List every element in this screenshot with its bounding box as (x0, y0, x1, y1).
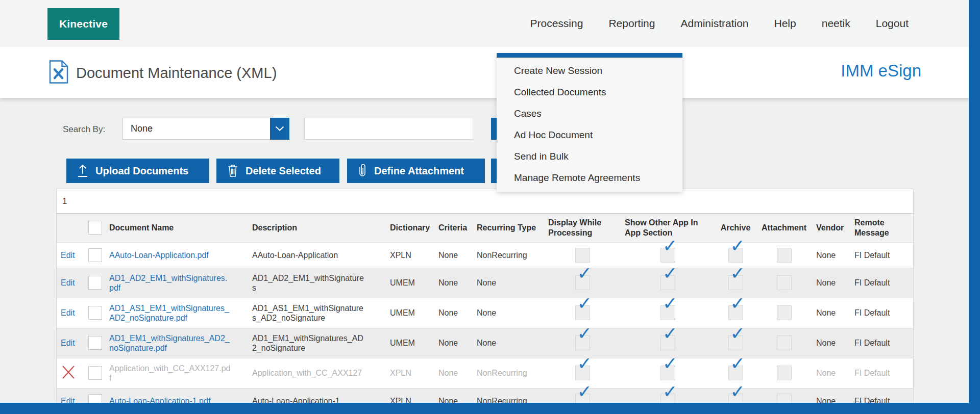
menu-item-create-new-session[interactable]: Create New Session (497, 60, 682, 82)
check-mark-icon: ✓ (663, 241, 677, 251)
nav-item-administration[interactable]: Administration (680, 17, 748, 30)
nav-item-logout[interactable]: Logout (876, 17, 909, 30)
edit-link[interactable]: Edit (61, 251, 75, 260)
page-header: Document Maintenance (XML) IMM eSign (0, 47, 980, 98)
cell-attachment (756, 358, 812, 388)
edit-link[interactable]: Edit (61, 278, 75, 287)
edit-link[interactable]: Edit (61, 308, 75, 317)
red-x-icon[interactable] (61, 365, 76, 382)
menu-item-send-in-bulk[interactable]: Send in Bulk (497, 146, 682, 167)
col-header-criteria: Criteria (434, 214, 473, 242)
check-mark-icon: ✓ (663, 359, 677, 369)
row-select-checkbox[interactable] (88, 248, 102, 262)
processing-dropdown-menu: Create New SessionCollected DocumentsCas… (497, 53, 682, 192)
attachment-checkbox-unchecked[interactable] (777, 248, 792, 263)
row-select-checkbox[interactable] (88, 306, 102, 320)
cell-document-name: AD1_EM1_withSignatures_AD2_noSignature.p… (105, 328, 248, 358)
archive-checkbox-checked[interactable]: ✓ (728, 335, 743, 350)
row-select-checkbox[interactable] (88, 276, 102, 290)
document-name-link[interactable]: AD1_AS1_EM1_withSignatures_AD2_noSignatu… (109, 304, 229, 322)
cell-vendor: None (812, 358, 850, 388)
col-header-attachment: Attachment (756, 214, 812, 242)
check-mark-icon: ✓ (730, 269, 745, 278)
menu-item-manage-remote-agreements[interactable]: Manage Remote Agreements (497, 167, 682, 189)
col-header-name: Document Name (105, 214, 248, 242)
delete-selected-button[interactable]: Delete Selected (216, 159, 339, 183)
page-number[interactable]: 1 (62, 196, 67, 206)
cell-action: Edit (57, 328, 85, 358)
nav-item-reporting[interactable]: Reporting (608, 17, 655, 30)
col-header-recurring_type: Recurring Type (473, 214, 544, 242)
define-attachment-button[interactable]: Define Attachment (347, 159, 485, 183)
col-header-select (85, 214, 105, 242)
menu-item-cases[interactable]: Cases (497, 103, 682, 124)
nav-item-neetik[interactable]: neetik (822, 17, 850, 30)
row-select-checkbox[interactable] (88, 366, 102, 380)
table-row: Application_with_CC_AXX127.pdfApplicatio… (57, 358, 914, 388)
kinective-logo[interactable]: Kinective (47, 8, 119, 40)
select-all-checkbox[interactable] (88, 221, 102, 235)
paperclip-icon (357, 163, 368, 178)
nav-item-help[interactable]: Help (774, 17, 796, 30)
archive-checkbox-checked[interactable]: ✓ (728, 366, 743, 380)
document-name-link[interactable]: Application_with_CC_AXX127.pdf (109, 364, 230, 382)
cell-attachment (756, 328, 812, 358)
attachment-checkbox-unchecked[interactable] (777, 305, 792, 320)
cell-select (85, 358, 105, 388)
check-mark-icon: ✓ (577, 269, 592, 278)
horizontal-scrollbar[interactable] (0, 403, 980, 414)
check-mark-icon: ✓ (663, 299, 677, 308)
cell-attachment (756, 298, 812, 328)
cell-document-name: AD1_AS1_EM1_withSignatures_AD2_noSignatu… (105, 298, 248, 328)
menu-item-ad-hoc-document[interactable]: Ad Hoc Document (497, 124, 682, 146)
col-header-dictionary: Dictionary (386, 214, 434, 242)
documents-table-container: 1 Document NameDescriptionDictionaryCrit… (56, 189, 914, 414)
cell-select (85, 298, 105, 328)
attachment-checkbox-unchecked[interactable] (777, 366, 792, 380)
cell-document-name: AD1_AD2_EM1_withSignatures.pdf (105, 268, 248, 298)
show_other_app-checkbox-checked[interactable]: ✓ (660, 275, 675, 290)
cell-remote_message: FI Default (850, 358, 914, 388)
display_while_processing-checkbox-checked[interactable]: ✓ (575, 275, 590, 290)
document-name-link[interactable]: AAuto-Loan-Application.pdf (109, 251, 209, 260)
button-label: Delete Selected (246, 165, 321, 177)
display_while_processing-checkbox-checked[interactable]: ✓ (575, 366, 590, 380)
check-mark-icon: ✓ (577, 329, 592, 339)
show_other_app-checkbox-checked[interactable]: ✓ (660, 335, 675, 350)
archive-checkbox-checked[interactable]: ✓ (728, 275, 743, 290)
table-row: EditAD1_AD2_EM1_withSignatures.pdfAD1_AD… (57, 268, 914, 298)
cell-select (85, 328, 105, 358)
archive-checkbox-checked[interactable]: ✓ (728, 305, 743, 320)
row-select-checkbox[interactable] (88, 336, 102, 350)
show_other_app-checkbox-checked[interactable]: ✓ (660, 248, 675, 263)
document-name-link[interactable]: AD1_AD2_EM1_withSignatures.pdf (109, 274, 227, 292)
search-by-select[interactable]: None (122, 118, 289, 140)
search-input[interactable] (304, 118, 473, 140)
cell-dictionary: UMEM (386, 328, 434, 358)
cell-select (85, 242, 105, 268)
page-title: Document Maintenance (XML) (76, 65, 277, 82)
archive-checkbox-checked[interactable]: ✓ (728, 248, 743, 263)
cell-description: AAuto-Loan-Application (248, 242, 386, 268)
edit-link[interactable]: Edit (61, 339, 75, 347)
attachment-checkbox-unchecked[interactable] (777, 335, 792, 350)
show_other_app-checkbox-checked[interactable]: ✓ (660, 305, 675, 320)
cell-dictionary: UMEM (386, 298, 434, 328)
nav-item-processing[interactable]: Processing (530, 17, 583, 30)
cell-document-name: Application_with_CC_AXX127.pdf (105, 358, 248, 388)
col-header-edit (57, 214, 85, 242)
display_while_processing-checkbox-unchecked[interactable] (575, 248, 590, 263)
upload-documents-button[interactable]: Upload Documents (66, 159, 209, 183)
document-name-link[interactable]: AD1_EM1_withSignatures_AD2_noSignature.p… (109, 334, 230, 352)
menu-item-collected-documents[interactable]: Collected Documents (497, 82, 682, 103)
vertical-scrollbar[interactable] (969, 0, 980, 414)
cell-description: AD1_EM1_withSignatures_AD2_noSignature (248, 328, 386, 358)
display_while_processing-checkbox-checked[interactable]: ✓ (575, 335, 590, 350)
check-mark-icon: ✓ (730, 387, 745, 397)
attachment-checkbox-unchecked[interactable] (777, 275, 792, 290)
show_other_app-checkbox-checked[interactable]: ✓ (660, 366, 675, 380)
display_while_processing-checkbox-checked[interactable]: ✓ (575, 305, 590, 320)
col-header-vendor: Vendor (812, 214, 850, 242)
cell-remote_message: FI Default (850, 298, 914, 328)
cell-remote_message: FI Default (850, 242, 914, 268)
